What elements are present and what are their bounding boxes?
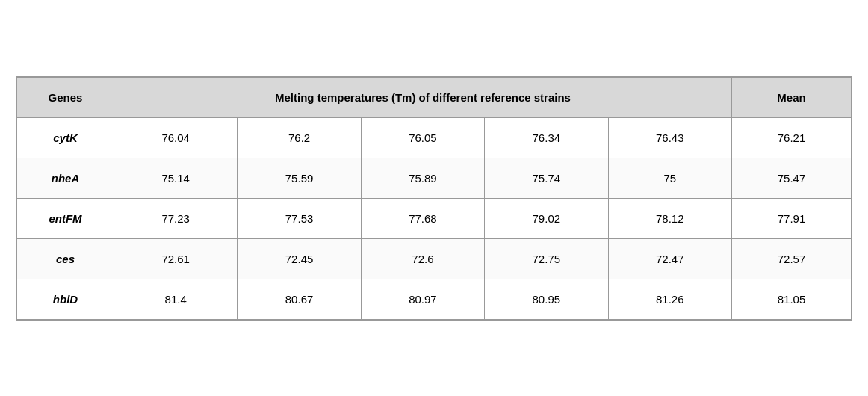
genes-header: Genes <box>17 77 114 117</box>
value-cell: 75 <box>608 158 732 198</box>
value-cell: 72.61 <box>114 238 238 279</box>
value-cell: 76.04 <box>114 117 238 158</box>
value-cell: 76.43 <box>608 117 732 158</box>
gene-name-cell: ces <box>17 238 114 279</box>
tm-header: Melting temperatures (Tm) of different r… <box>114 77 732 117</box>
mean-cell: 72.57 <box>732 238 852 279</box>
table-row: hblD81.480.6780.9780.9581.2681.05 <box>17 279 852 319</box>
gene-name-cell: entFM <box>17 198 114 238</box>
table-body: cytK76.0476.276.0576.3476.4376.21nheA75.… <box>17 117 852 319</box>
value-cell: 72.45 <box>238 238 361 279</box>
mean-cell: 81.05 <box>732 279 852 319</box>
mean-cell: 76.21 <box>732 117 852 158</box>
value-cell: 75.89 <box>361 158 484 198</box>
value-cell: 80.97 <box>361 279 484 319</box>
gene-name-cell: nheA <box>17 158 114 198</box>
value-cell: 77.53 <box>238 198 361 238</box>
mean-header: Mean <box>732 77 852 117</box>
table-row: cytK76.0476.276.0576.3476.4376.21 <box>17 117 852 158</box>
value-cell: 78.12 <box>608 198 732 238</box>
table-row: entFM77.2377.5377.6879.0278.1277.91 <box>17 198 852 238</box>
table-row: ces72.6172.4572.672.7572.4772.57 <box>17 238 852 279</box>
table-row: nheA75.1475.5975.8975.747575.47 <box>17 158 852 198</box>
value-cell: 75.59 <box>238 158 361 198</box>
value-cell: 72.75 <box>485 238 608 279</box>
value-cell: 75.14 <box>114 158 238 198</box>
value-cell: 76.05 <box>361 117 484 158</box>
value-cell: 77.23 <box>114 198 238 238</box>
value-cell: 75.74 <box>485 158 608 198</box>
mean-cell: 75.47 <box>732 158 852 198</box>
value-cell: 81.4 <box>114 279 238 319</box>
mean-cell: 77.91 <box>732 198 852 238</box>
gene-name-cell: cytK <box>17 117 114 158</box>
value-cell: 72.6 <box>361 238 484 279</box>
header-row: Genes Melting temperatures (Tm) of diffe… <box>17 77 852 117</box>
value-cell: 79.02 <box>485 198 608 238</box>
value-cell: 76.34 <box>485 117 608 158</box>
value-cell: 81.26 <box>608 279 732 319</box>
value-cell: 80.95 <box>485 279 608 319</box>
gene-name-cell: hblD <box>17 279 114 319</box>
main-table-container: Genes Melting temperatures (Tm) of diffe… <box>16 76 852 321</box>
value-cell: 77.68 <box>361 198 484 238</box>
value-cell: 80.67 <box>238 279 361 319</box>
data-table: Genes Melting temperatures (Tm) of diffe… <box>16 77 852 320</box>
value-cell: 72.47 <box>608 238 732 279</box>
value-cell: 76.2 <box>238 117 361 158</box>
